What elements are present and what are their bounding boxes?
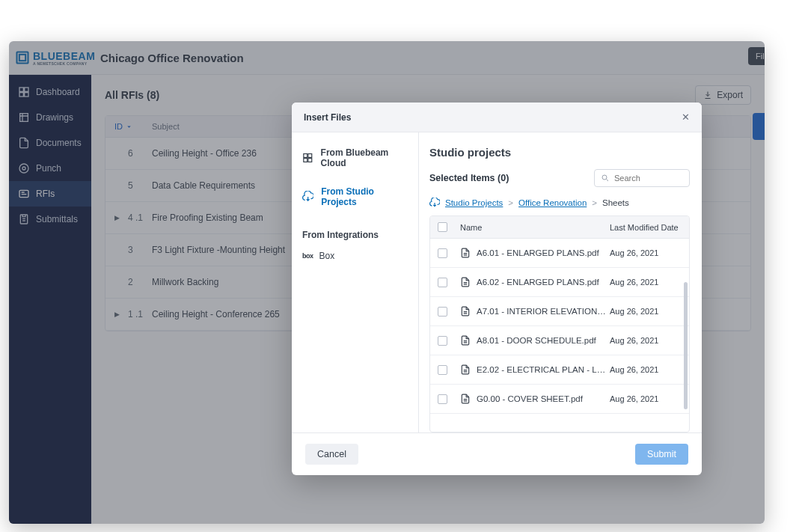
breadcrumb-root[interactable]: Studio Projects: [445, 198, 503, 207]
file-list: Name Last Modified Date A6.01 - ENLARGED…: [429, 215, 690, 432]
file-icon: [460, 394, 471, 404]
svg-rect-14: [308, 159, 312, 162]
select-all-checkbox[interactable]: [438, 222, 447, 232]
file-checkbox[interactable]: [438, 248, 447, 258]
file-checkbox[interactable]: [438, 307, 447, 317]
file-date: Aug 26, 2021: [610, 248, 682, 257]
source-label: Box: [319, 251, 335, 261]
file-icon: [460, 306, 471, 317]
source-label: From Bluebeam Cloud: [321, 147, 408, 168]
col-name[interactable]: Name: [456, 223, 610, 232]
studio-icon: [302, 191, 313, 203]
file-checkbox[interactable]: [438, 336, 447, 346]
search-icon: [601, 174, 610, 183]
source-studio-projects[interactable]: From Studio Projects: [301, 182, 409, 221]
file-list-body[interactable]: A6.01 - ENLARGED PLANS.pdfAug 26, 2021A6…: [430, 239, 689, 432]
modal-footer: Cancel Submit: [292, 432, 702, 475]
file-icon: [460, 248, 471, 258]
studio-icon: [429, 198, 440, 208]
file-icon: [460, 335, 471, 346]
file-date: Aug 26, 2021: [610, 394, 682, 403]
selection-row: Selected Items (0): [429, 169, 702, 187]
source-bluebeam-cloud[interactable]: From Bluebeam Cloud: [301, 143, 409, 182]
file-name: A8.01 - DOOR SCHEDULE.pdf: [456, 335, 610, 346]
integrations-header: From Integrations: [302, 230, 409, 240]
file-row[interactable]: A6.02 - ENLARGED PLANS.pdfAug 26, 2021: [430, 268, 689, 297]
breadcrumb-folder[interactable]: Office Renovation: [518, 198, 587, 207]
file-checkbox[interactable]: [438, 278, 447, 287]
file-date: Aug 26, 2021: [610, 336, 682, 345]
file-row[interactable]: E2.02 - ELECTRICAL PLAN - LEVELAug 26, 2…: [430, 355, 689, 385]
file-row[interactable]: A7.01 - INTERIOR ELEVATIONS.pdfAug 26, 2…: [430, 297, 689, 326]
file-icon: [460, 364, 471, 375]
file-date: Aug 26, 2021: [610, 278, 682, 287]
source-box[interactable]: box Box: [301, 248, 409, 264]
file-name: A6.01 - ENLARGED PLANS.pdf: [456, 248, 610, 258]
svg-rect-11: [304, 154, 307, 158]
source-label: From Studio Projects: [321, 186, 408, 207]
file-row[interactable]: G0.00 - COVER SHEET.pdfAug 26, 2021: [430, 385, 689, 414]
file-row[interactable]: A6.01 - ENLARGED PLANS.pdfAug 26, 2021: [430, 239, 689, 268]
file-checkbox[interactable]: [438, 365, 447, 375]
file-list-header: Name Last Modified Date: [430, 216, 689, 239]
chevron-right-icon: >: [508, 198, 513, 207]
cloud-icon: [302, 152, 313, 164]
box-icon: box: [302, 252, 313, 260]
selected-count: Selected Items (0): [429, 173, 509, 183]
file-date: Aug 26, 2021: [610, 307, 682, 316]
panel-title: Studio projects: [429, 141, 702, 169]
breadcrumb-current: Sheets: [602, 198, 629, 207]
close-icon[interactable]: ✕: [682, 111, 690, 123]
source-panel: From Bluebeam Cloud From Studio Projects…: [292, 132, 419, 432]
modal-title: Insert Files: [304, 112, 351, 123]
search-field[interactable]: [614, 174, 683, 183]
cancel-button[interactable]: Cancel: [305, 444, 358, 465]
chevron-right-icon: >: [592, 198, 597, 207]
search-input[interactable]: [594, 169, 690, 187]
file-checkbox[interactable]: [438, 394, 447, 404]
file-name: A6.02 - ENLARGED PLANS.pdf: [456, 277, 610, 287]
file-date: Aug 26, 2021: [610, 365, 682, 374]
breadcrumb: Studio Projects > Office Renovation > Sh…: [429, 187, 702, 215]
file-row[interactable]: A8.01 - DOOR SCHEDULE.pdfAug 26, 2021: [430, 326, 689, 355]
file-name: E2.02 - ELECTRICAL PLAN - LEVEL: [456, 364, 610, 375]
modal-body: From Bluebeam Cloud From Studio Projects…: [292, 132, 702, 432]
modal-header: Insert Files ✕: [292, 103, 702, 132]
col-date[interactable]: Last Modified Date: [610, 223, 682, 232]
svg-point-15: [602, 175, 607, 180]
submit-button[interactable]: Submit: [635, 444, 688, 465]
svg-rect-13: [304, 159, 307, 162]
file-name: G0.00 - COVER SHEET.pdf: [456, 394, 610, 404]
file-panel: Studio projects Selected Items (0) Studi…: [419, 132, 702, 432]
svg-rect-12: [308, 154, 312, 158]
scrollbar-thumb[interactable]: [684, 282, 688, 409]
insert-files-modal: Insert Files ✕ From Bluebeam Cloud From …: [292, 103, 702, 475]
file-icon: [460, 277, 471, 287]
file-name: A7.01 - INTERIOR ELEVATIONS.pdf: [456, 306, 610, 317]
